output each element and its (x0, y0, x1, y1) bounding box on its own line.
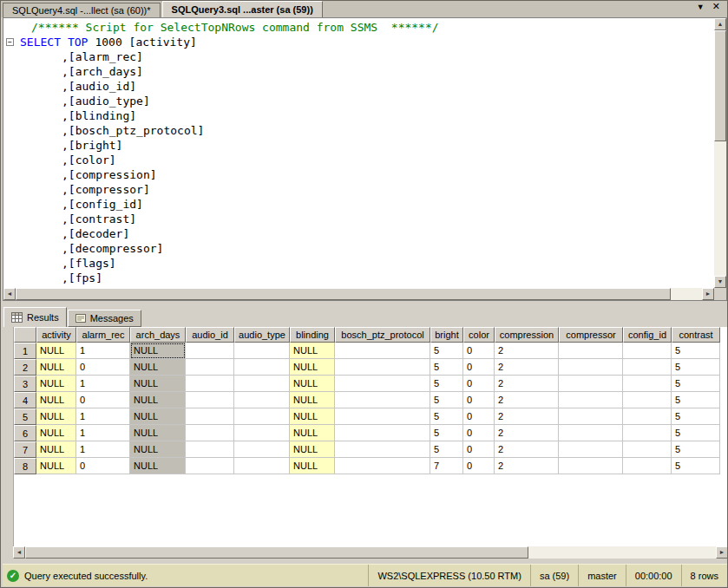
grid-cell[interactable]: NULL (290, 392, 335, 408)
grid-cell[interactable] (234, 392, 290, 408)
fold-collapse-icon[interactable]: − (6, 38, 14, 46)
grid-column-header[interactable]: bright (430, 327, 463, 343)
grid-cell[interactable] (623, 376, 672, 392)
grid-cell[interactable]: NULL (290, 408, 335, 425)
grid-cell[interactable] (234, 408, 290, 425)
grid-row-header[interactable]: 2 (14, 359, 36, 376)
grid-scroll-right-button[interactable]: ► (716, 546, 728, 559)
grid-cell[interactable] (186, 408, 234, 425)
grid-cell[interactable]: 5 (430, 376, 463, 392)
grid-cell[interactable] (335, 376, 430, 392)
grid-cell[interactable] (186, 376, 234, 392)
grid-cell[interactable]: NULL (290, 343, 335, 359)
grid-cell[interactable]: 5 (672, 408, 720, 425)
grid-cell[interactable]: NULL (290, 425, 335, 441)
grid-cell[interactable]: 5 (672, 458, 720, 474)
grid-cell[interactable]: 2 (495, 343, 559, 359)
grid-cell[interactable] (623, 408, 672, 425)
document-tab-sqlquery4[interactable]: SQLQuery4.sql -...llect (sa (60))* (3, 3, 161, 17)
grid-cell[interactable]: NULL (130, 441, 186, 458)
close-document-button[interactable]: ✕ (712, 0, 720, 13)
grid-cell[interactable]: 0 (463, 376, 495, 392)
horizontal-scroll-thumb[interactable] (16, 288, 671, 300)
grid-cell[interactable]: NULL (130, 392, 186, 408)
grid-cell[interactable] (186, 458, 234, 474)
grid-cell[interactable]: 5 (430, 441, 463, 458)
grid-cell[interactable] (559, 425, 623, 441)
grid-row-header[interactable]: 8 (14, 458, 36, 474)
grid-cell[interactable] (186, 441, 234, 458)
grid-cell[interactable] (335, 408, 430, 425)
grid-horizontal-scrollbar[interactable]: ◄ ► (13, 546, 728, 559)
grid-cell[interactable] (234, 425, 290, 441)
grid-cell[interactable] (335, 359, 430, 376)
grid-cell[interactable] (559, 392, 623, 408)
grid-cell[interactable]: 0 (463, 392, 495, 408)
grid-cell[interactable]: NULL (290, 441, 335, 458)
grid-cell[interactable]: 7 (430, 458, 463, 474)
grid-cell[interactable]: 0 (76, 458, 130, 474)
grid-column-header[interactable]: arch_days (130, 327, 186, 343)
active-files-dropdown-button[interactable]: ▼ (697, 0, 705, 13)
grid-cell[interactable]: 5 (430, 359, 463, 376)
grid-cell[interactable]: 2 (495, 408, 559, 425)
editor-vertical-scrollbar[interactable]: ▲ ▼ (714, 18, 726, 288)
scroll-up-button[interactable]: ▲ (714, 18, 726, 30)
grid-cell[interactable] (186, 343, 234, 359)
grid-cell[interactable] (186, 359, 234, 376)
grid-cell[interactable] (234, 376, 290, 392)
grid-row-header[interactable]: 6 (14, 425, 36, 441)
grid-cell[interactable]: 2 (495, 425, 559, 441)
grid-cell[interactable] (623, 441, 672, 458)
grid-cell[interactable]: NULL (36, 376, 76, 392)
scroll-down-button[interactable]: ▼ (714, 276, 726, 288)
editor-horizontal-scrollbar[interactable]: ◄ ► (3, 288, 714, 300)
grid-cell[interactable] (623, 458, 672, 474)
document-tab-sqlquery3[interactable]: SQLQuery3.sql ...aster (sa (59)) (162, 1, 323, 17)
grid-cell[interactable]: NULL (290, 458, 335, 474)
vertical-scroll-thumb[interactable] (714, 30, 726, 141)
grid-cell[interactable]: 2 (495, 359, 559, 376)
grid-cell[interactable] (335, 458, 430, 474)
grid-cell[interactable]: 5 (430, 425, 463, 441)
grid-cell[interactable]: 5 (672, 343, 720, 359)
grid-cell[interactable]: 2 (495, 376, 559, 392)
grid-cell[interactable] (186, 392, 234, 408)
grid-cell[interactable] (623, 359, 672, 376)
grid-cell[interactable] (623, 425, 672, 441)
grid-horizontal-scroll-thumb[interactable] (25, 546, 528, 559)
grid-cell[interactable]: NULL (36, 441, 76, 458)
grid-cell[interactable] (335, 441, 430, 458)
grid-cell[interactable]: 2 (495, 441, 559, 458)
grid-cell[interactable]: NULL (36, 425, 76, 441)
tab-messages[interactable]: Messages (68, 310, 141, 327)
grid-cell[interactable] (559, 343, 623, 359)
grid-cell[interactable] (234, 343, 290, 359)
grid-cell[interactable]: 5 (430, 408, 463, 425)
grid-cell[interactable] (186, 425, 234, 441)
grid-corner-header[interactable] (14, 327, 36, 343)
grid-cell[interactable]: NULL (36, 392, 76, 408)
grid-cell[interactable]: 0 (76, 392, 130, 408)
grid-cell[interactable]: 2 (495, 392, 559, 408)
grid-row-header[interactable]: 7 (14, 441, 36, 458)
grid-cell[interactable]: 5 (430, 343, 463, 359)
scroll-right-button[interactable]: ► (702, 288, 714, 300)
code-area[interactable]: − /****** Script for SelectTopNRows comm… (3, 18, 714, 288)
grid-cell[interactable] (623, 343, 672, 359)
grid-cell[interactable]: 5 (672, 441, 720, 458)
grid-cell[interactable]: 5 (672, 425, 720, 441)
grid-column-header[interactable]: audio_type (234, 327, 290, 343)
grid-row-header[interactable]: 1 (14, 343, 36, 359)
grid-cell[interactable] (335, 425, 430, 441)
grid-row-header[interactable]: 5 (14, 408, 36, 425)
grid-cell[interactable] (559, 441, 623, 458)
grid-column-header[interactable]: config_id (623, 327, 672, 343)
grid-cell[interactable]: 1 (76, 376, 130, 392)
grid-cell[interactable]: 0 (76, 359, 130, 376)
grid-cell[interactable]: 5 (672, 376, 720, 392)
grid-cell[interactable]: NULL (130, 343, 186, 359)
scroll-left-button[interactable]: ◄ (3, 288, 16, 300)
grid-column-header[interactable]: bosch_ptz_protocol (335, 327, 430, 343)
grid-cell[interactable]: NULL (130, 408, 186, 425)
